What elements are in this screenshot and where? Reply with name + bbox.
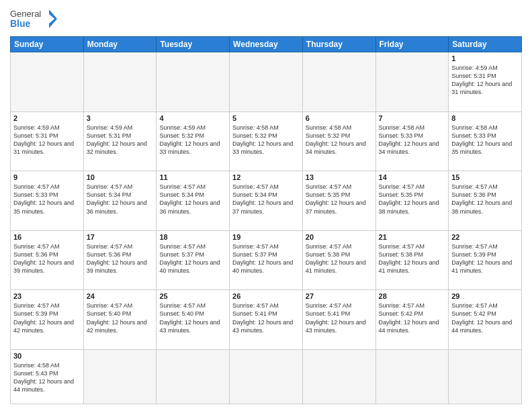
- day-info: Sunrise: 4:59 AM Sunset: 5:31 PM Dayligh…: [451, 64, 519, 97]
- calendar-cell: 3Sunrise: 4:59 AM Sunset: 5:31 PM Daylig…: [83, 111, 157, 171]
- day-info: Sunrise: 4:57 AM Sunset: 5:34 PM Dayligh…: [232, 183, 300, 216]
- calendar-cell: 16Sunrise: 4:57 AM Sunset: 5:36 PM Dayli…: [11, 230, 84, 290]
- day-info: Sunrise: 4:58 AM Sunset: 5:32 PM Dayligh…: [232, 124, 300, 156]
- generalblue-logo-svg: General Blue: [10, 7, 57, 31]
- day-number: 12: [232, 173, 300, 181]
- svg-text:Blue: Blue: [10, 18, 31, 29]
- day-info: Sunrise: 4:57 AM Sunset: 5:40 PM Dayligh…: [159, 302, 226, 334]
- day-info: Sunrise: 4:57 AM Sunset: 5:42 PM Dayligh…: [379, 302, 446, 334]
- day-number: 26: [232, 292, 300, 300]
- calendar-cell: 22Sunrise: 4:57 AM Sunset: 5:39 PM Dayli…: [449, 230, 522, 290]
- calendar-cell: [375, 52, 449, 112]
- calendar-cell: 1Sunrise: 4:59 AM Sunset: 5:31 PM Daylig…: [449, 52, 522, 112]
- calendar-cell: 11Sunrise: 4:57 AM Sunset: 5:34 PM Dayli…: [157, 171, 230, 231]
- weekday-header-saturday: Saturday: [449, 37, 522, 52]
- day-number: 24: [87, 292, 154, 300]
- day-number: 20: [306, 233, 373, 241]
- day-number: 18: [159, 233, 226, 241]
- day-info: Sunrise: 4:59 AM Sunset: 5:31 PM Dayligh…: [13, 124, 81, 156]
- calendar-cell: 27Sunrise: 4:57 AM Sunset: 5:41 PM Dayli…: [302, 290, 375, 350]
- calendar-table: SundayMondayTuesdayWednesdayThursdayFrid…: [10, 36, 522, 404]
- calendar-cell: 25Sunrise: 4:57 AM Sunset: 5:40 PM Dayli…: [157, 290, 230, 350]
- calendar-cell: [157, 349, 230, 404]
- day-info: Sunrise: 4:57 AM Sunset: 5:41 PM Dayligh…: [306, 302, 373, 334]
- day-info: Sunrise: 4:59 AM Sunset: 5:32 PM Dayligh…: [159, 124, 226, 156]
- day-info: Sunrise: 4:57 AM Sunset: 5:36 PM Dayligh…: [13, 242, 81, 275]
- day-number: 7: [379, 114, 446, 122]
- day-number: 6: [306, 114, 373, 122]
- calendar-cell: 10Sunrise: 4:57 AM Sunset: 5:34 PM Dayli…: [83, 171, 157, 231]
- day-info: Sunrise: 4:59 AM Sunset: 5:31 PM Dayligh…: [87, 124, 154, 156]
- calendar-cell: [230, 349, 303, 404]
- day-info: Sunrise: 4:57 AM Sunset: 5:37 PM Dayligh…: [232, 242, 300, 275]
- calendar-cell: 4Sunrise: 4:59 AM Sunset: 5:32 PM Daylig…: [157, 111, 230, 171]
- day-info: Sunrise: 4:57 AM Sunset: 5:34 PM Dayligh…: [87, 183, 154, 216]
- calendar-cell: 24Sunrise: 4:57 AM Sunset: 5:40 PM Dayli…: [83, 290, 157, 350]
- calendar-cell: [157, 52, 230, 112]
- day-info: Sunrise: 4:57 AM Sunset: 5:40 PM Dayligh…: [87, 302, 154, 334]
- calendar-cell: 8Sunrise: 4:58 AM Sunset: 5:33 PM Daylig…: [449, 111, 522, 171]
- calendar-cell: [83, 52, 157, 112]
- day-number: 4: [159, 114, 226, 122]
- day-number: 22: [451, 233, 519, 241]
- day-number: 30: [13, 352, 81, 360]
- calendar-cell: 30Sunrise: 4:58 AM Sunset: 5:43 PM Dayli…: [11, 349, 84, 404]
- day-number: 16: [13, 233, 81, 241]
- day-info: Sunrise: 4:58 AM Sunset: 5:32 PM Dayligh…: [306, 124, 373, 156]
- calendar-cell: [375, 349, 449, 404]
- day-number: 25: [159, 292, 226, 300]
- day-number: 14: [379, 173, 446, 181]
- day-number: 29: [451, 292, 519, 300]
- day-number: 19: [232, 233, 300, 241]
- calendar-cell: 13Sunrise: 4:57 AM Sunset: 5:35 PM Dayli…: [302, 171, 375, 231]
- calendar-cell: 23Sunrise: 4:57 AM Sunset: 5:39 PM Dayli…: [11, 290, 84, 350]
- day-number: 11: [159, 173, 226, 181]
- day-info: Sunrise: 4:57 AM Sunset: 5:36 PM Dayligh…: [87, 242, 154, 275]
- calendar-cell: 21Sunrise: 4:57 AM Sunset: 5:38 PM Dayli…: [375, 230, 449, 290]
- day-info: Sunrise: 4:57 AM Sunset: 5:41 PM Dayligh…: [232, 302, 300, 334]
- day-info: Sunrise: 4:58 AM Sunset: 5:33 PM Dayligh…: [451, 124, 519, 156]
- day-number: 5: [232, 114, 300, 122]
- svg-text:General: General: [10, 9, 41, 19]
- calendar-cell: 12Sunrise: 4:57 AM Sunset: 5:34 PM Dayli…: [230, 171, 303, 231]
- page: General Blue SundayMondayTuesdayWednesda…: [0, 0, 532, 411]
- day-info: Sunrise: 4:58 AM Sunset: 5:33 PM Dayligh…: [379, 124, 446, 156]
- weekday-header-friday: Friday: [375, 37, 449, 52]
- calendar-cell: 20Sunrise: 4:57 AM Sunset: 5:38 PM Dayli…: [302, 230, 375, 290]
- calendar-cell: 14Sunrise: 4:57 AM Sunset: 5:35 PM Dayli…: [375, 171, 449, 231]
- day-number: 17: [87, 233, 154, 241]
- day-info: Sunrise: 4:57 AM Sunset: 5:38 PM Dayligh…: [379, 242, 446, 275]
- calendar-cell: [230, 52, 303, 112]
- day-number: 13: [306, 173, 373, 181]
- day-number: 21: [379, 233, 446, 241]
- day-info: Sunrise: 4:57 AM Sunset: 5:35 PM Dayligh…: [306, 183, 373, 216]
- calendar-cell: 29Sunrise: 4:57 AM Sunset: 5:42 PM Dayli…: [449, 290, 522, 350]
- day-number: 10: [87, 173, 154, 181]
- day-number: 8: [451, 114, 519, 122]
- calendar-cell: [449, 349, 522, 404]
- day-info: Sunrise: 4:58 AM Sunset: 5:43 PM Dayligh…: [13, 361, 81, 394]
- day-info: Sunrise: 4:57 AM Sunset: 5:39 PM Dayligh…: [451, 242, 519, 275]
- calendar-cell: 5Sunrise: 4:58 AM Sunset: 5:32 PM Daylig…: [230, 111, 303, 171]
- calendar-cell: 7Sunrise: 4:58 AM Sunset: 5:33 PM Daylig…: [375, 111, 449, 171]
- day-number: 2: [13, 114, 81, 122]
- calendar-cell: [302, 349, 375, 404]
- calendar-cell: 6Sunrise: 4:58 AM Sunset: 5:32 PM Daylig…: [302, 111, 375, 171]
- calendar-cell: 2Sunrise: 4:59 AM Sunset: 5:31 PM Daylig…: [11, 111, 84, 171]
- calendar-cell: [83, 349, 157, 404]
- calendar-cell: [11, 52, 84, 112]
- day-number: 27: [306, 292, 373, 300]
- day-number: 23: [13, 292, 81, 300]
- logo: General Blue: [10, 7, 57, 31]
- day-info: Sunrise: 4:57 AM Sunset: 5:37 PM Dayligh…: [159, 242, 226, 275]
- day-number: 15: [451, 173, 519, 181]
- calendar-cell: 17Sunrise: 4:57 AM Sunset: 5:36 PM Dayli…: [83, 230, 157, 290]
- day-info: Sunrise: 4:57 AM Sunset: 5:35 PM Dayligh…: [379, 183, 446, 216]
- header: General Blue: [10, 7, 522, 31]
- day-number: 1: [451, 54, 519, 62]
- weekday-header-wednesday: Wednesday: [230, 37, 303, 52]
- calendar-cell: 28Sunrise: 4:57 AM Sunset: 5:42 PM Dayli…: [375, 290, 449, 350]
- day-info: Sunrise: 4:57 AM Sunset: 5:34 PM Dayligh…: [159, 183, 226, 216]
- calendar-cell: 15Sunrise: 4:57 AM Sunset: 5:36 PM Dayli…: [449, 171, 522, 231]
- day-info: Sunrise: 4:57 AM Sunset: 5:38 PM Dayligh…: [306, 242, 373, 275]
